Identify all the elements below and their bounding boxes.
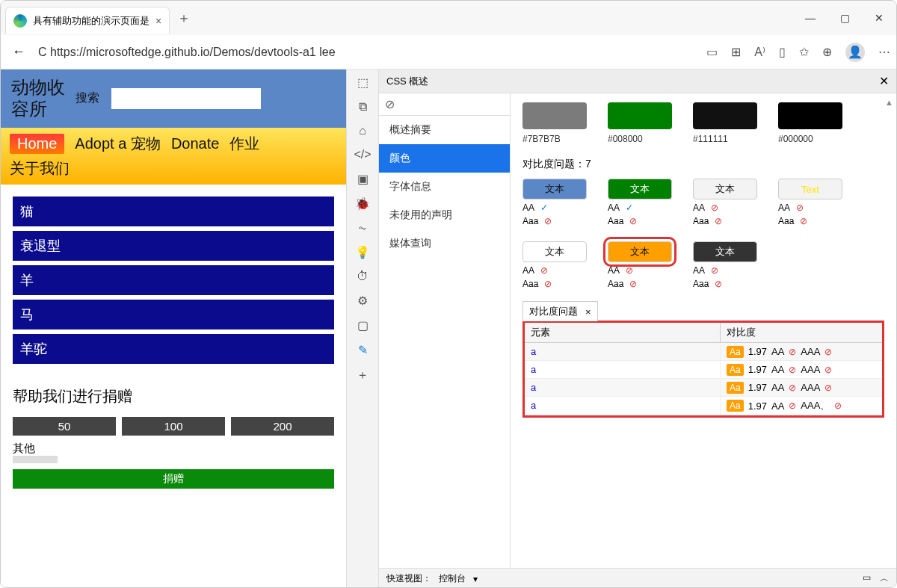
color-swatch[interactable]: #111111	[693, 102, 757, 144]
issues-col-element: 元素	[525, 323, 721, 342]
close-panel-icon[interactable]: ✕	[879, 74, 889, 88]
url-text: https://microsoftedge.github.io/Demos/de…	[50, 46, 336, 58]
search-input[interactable]	[111, 88, 261, 109]
issues-col-contrast: 对比度	[721, 323, 882, 342]
maximize-button[interactable]: ▢	[827, 1, 862, 35]
browser-tab[interactable]: 具有辅助功能的演示页面是 ×	[5, 7, 170, 34]
close-window-button[interactable]: ✕	[862, 1, 896, 35]
sidebar-item-unused[interactable]: 未使用的声明	[379, 201, 510, 229]
lighthouse-icon[interactable]: 💡	[355, 245, 370, 259]
nav-donate[interactable]: Donate	[171, 135, 220, 152]
favorite-icon[interactable]: ✩	[799, 45, 809, 59]
css-overview-sidebar: ⊘ 概述摘要 颜色 字体信息 未使用的声明 媒体查询	[379, 93, 511, 568]
scroll-up-icon[interactable]: ▲	[885, 98, 893, 107]
sidebar-item-media[interactable]: 媒体查询	[379, 229, 510, 258]
url-display[interactable]: C https://microsoftedge.github.io/Demos/…	[38, 46, 699, 59]
elements-icon[interactable]: ⌂	[359, 124, 366, 137]
animal-item[interactable]: 衰退型	[13, 231, 334, 261]
quickview-label: 快速视图：	[386, 572, 431, 585]
network-icon[interactable]: ⏦	[359, 221, 366, 235]
contrast-chip[interactable]: 文本AA⊘Aaa⊘	[693, 179, 757, 226]
console-icon[interactable]: ▣	[357, 172, 369, 186]
page-header: 动物收 容所 搜索	[1, 69, 346, 128]
contrast-issue-row[interactable]: aAa1.97AA⊘AAA⊘	[525, 343, 882, 361]
contrast-chip-grid: 文本AA✓Aaa⊘文本AA✓Aaa⊘文本AA⊘Aaa⊘TextAA⊘Aaa⊘文本…	[523, 179, 884, 289]
panel-title: CSS 概述	[386, 75, 428, 88]
new-tab-button[interactable]: ＋	[177, 9, 191, 27]
application-icon[interactable]: ▢	[357, 318, 369, 332]
animal-item[interactable]: 羊	[13, 265, 334, 295]
sidebar-item-fonts[interactable]: 字体信息	[379, 173, 510, 201]
animal-item[interactable]: 猫	[13, 196, 334, 226]
donate-amount-button[interactable]: 200	[231, 417, 334, 436]
donate-other-input[interactable]	[13, 456, 58, 463]
memory-icon[interactable]: ⚙	[357, 294, 368, 308]
nav-about[interactable]: 关于我们	[10, 158, 337, 179]
reader-icon[interactable]: ▯	[779, 45, 786, 59]
window-controls: — ▢ ✕	[793, 1, 896, 35]
donate-amount-button[interactable]: 100	[122, 417, 225, 436]
color-swatch[interactable]: #008000	[608, 102, 672, 144]
performance-icon[interactable]: ⏱	[357, 270, 369, 283]
contrast-issue-row[interactable]: aAa1.97AA⊘AAA、⊘	[525, 397, 882, 415]
devtools-panel-header: CSS 概述 ✕	[379, 69, 896, 93]
contrast-chip[interactable]: 文本AA✓Aaa⊘	[608, 179, 672, 226]
apps-icon[interactable]: ⊞	[731, 45, 741, 59]
rendered-page: 动物收 容所 搜索 Home Adopt a 宠物 Donate 作业 关于我们…	[1, 69, 346, 588]
sidebar-item-colors[interactable]: 颜色	[379, 144, 510, 173]
color-swatch[interactable]: #000000	[778, 102, 842, 144]
donate-amount-button[interactable]: 50	[13, 417, 116, 436]
css-overview-icon[interactable]: ✎	[358, 343, 368, 357]
url-prefix: C	[38, 46, 47, 58]
search-label: 搜索	[75, 90, 99, 106]
close-tab-icon[interactable]: ×	[155, 15, 161, 27]
contrast-chip[interactable]: TextAA⊘Aaa⊘	[778, 179, 842, 226]
donate-heading: 帮助我们进行捐赠	[13, 386, 334, 406]
nav-home[interactable]: Home	[10, 134, 64, 154]
contrast-chip[interactable]: 文本AA⊘Aaa⊘	[608, 241, 672, 289]
animal-list: 猫 衰退型 羊 马 羊驼	[1, 185, 346, 380]
device-icon[interactable]: ⧉	[359, 100, 367, 114]
page-nav: Home Adopt a 宠物 Donate 作业 关于我们	[1, 128, 346, 185]
devtools-icon-strip: ⬚ ⧉ ⌂ </> ▣ 🐞 ⏦ 💡 ⏱ ⚙ ▢ ✎ ＋	[346, 69, 379, 588]
site-title-line2: 容所	[11, 99, 65, 120]
nav-jobs[interactable]: 作业	[229, 134, 259, 154]
site-title: 动物收 容所	[11, 77, 65, 120]
issues-icon[interactable]: 🐞	[355, 196, 370, 211]
profile-avatar[interactable]: 👤	[845, 43, 865, 62]
expand-drawer-icon[interactable]: ︿	[880, 572, 889, 585]
contrast-chip[interactable]: 文本AA⊘Aaa⊘	[523, 241, 587, 289]
screen-icon[interactable]: ▭	[706, 45, 718, 59]
nav-adopt[interactable]: Adopt a 宠物	[75, 134, 161, 154]
close-issues-tab-icon[interactable]: ×	[585, 306, 591, 318]
animal-item[interactable]: 马	[13, 300, 334, 329]
collections-icon[interactable]: ⊕	[822, 45, 832, 59]
sources-icon[interactable]: </>	[354, 148, 371, 161]
clear-icon[interactable]: ⊘	[385, 97, 395, 111]
tab-title: 具有辅助功能的演示页面是	[33, 14, 150, 28]
console-drawer-label[interactable]: 控制台	[439, 572, 466, 585]
inspect-icon[interactable]: ⬚	[357, 75, 369, 90]
back-button[interactable]: ←	[7, 40, 31, 64]
color-swatch[interactable]: #7B7B7B	[523, 102, 587, 144]
contrast-chip[interactable]: 文本AA✓Aaa⊘	[523, 179, 587, 226]
menu-icon[interactable]: ⋯	[878, 45, 890, 59]
sidebar-item-summary[interactable]: 概述摘要	[379, 116, 510, 144]
read-aloud-icon[interactable]: A⁾	[754, 45, 765, 59]
contrast-issues-table: 元素 对比度 aAa1.97AA⊘AAA⊘aAa1.97AA⊘AAA⊘aAa1.…	[523, 321, 884, 418]
dropdown-icon[interactable]: ▾	[473, 574, 478, 584]
animal-item[interactable]: 羊驼	[13, 334, 334, 364]
contrast-issue-row[interactable]: aAa1.97AA⊘AAA⊘	[525, 361, 882, 379]
donate-submit-button[interactable]: 捐赠	[13, 469, 334, 489]
site-title-line1: 动物收	[11, 77, 65, 99]
address-bar-actions: ▭ ⊞ A⁾ ▯ ✩ ⊕ 👤 ⋯	[706, 43, 890, 62]
main-split: 动物收 容所 搜索 Home Adopt a 宠物 Donate 作业 关于我们…	[1, 69, 896, 588]
address-bar: ← C https://microsoftedge.github.io/Demo…	[1, 35, 896, 69]
issues-drawer-icon[interactable]: ▭	[863, 572, 871, 585]
contrast-issue-row[interactable]: aAa1.97AA⊘AAA⊘	[525, 379, 882, 397]
more-tools-icon[interactable]: ＋	[357, 368, 369, 383]
contrast-issues-tab[interactable]: 对比度问题 ×	[523, 301, 598, 321]
contrast-chip[interactable]: 文本AA⊘Aaa⊘	[693, 241, 757, 289]
donate-section: 帮助我们进行捐赠 50 100 200 其他 捐赠	[1, 386, 346, 489]
minimize-button[interactable]: —	[793, 1, 827, 35]
